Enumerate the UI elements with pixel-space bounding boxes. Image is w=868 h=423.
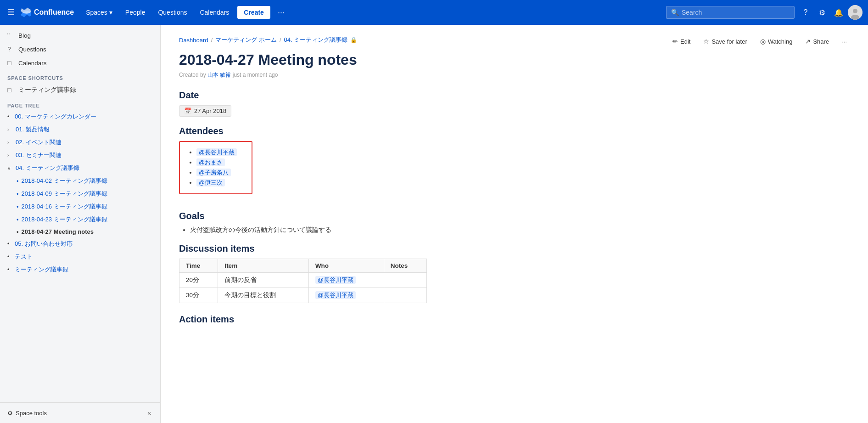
- people-nav[interactable]: People: [121, 6, 150, 19]
- star-icon: ☆: [703, 38, 709, 45]
- tree-item-5[interactable]: • 05. お問い合わせ対応: [0, 237, 160, 250]
- logo-text: Confluence: [34, 8, 74, 17]
- calendars-nav[interactable]: Calendars: [195, 6, 234, 19]
- discussion-heading: Discussion items: [179, 243, 850, 254]
- tree-child-1[interactable]: • 2018-04-09 ミーティング議事録: [0, 187, 160, 200]
- more-options-button[interactable]: ···: [839, 36, 850, 47]
- tree-item-6[interactable]: • テスト: [0, 250, 160, 263]
- list-item: @長谷川平蔵: [196, 148, 244, 157]
- logo-icon: [20, 7, 31, 18]
- settings-icon[interactable]: ⚙: [815, 5, 829, 20]
- gear-icon: ⚙: [7, 410, 13, 417]
- cell-item: 前期の反省: [218, 273, 308, 288]
- sidebar: " Blog ? Questions □ Calendars SPACE SHO…: [0, 25, 161, 423]
- list-item: 火付盗賊改方の今後の活動方針について議論する: [190, 226, 850, 234]
- child-bullet: •: [17, 216, 19, 223]
- col-notes: Notes: [384, 259, 426, 273]
- spaces-nav[interactable]: Spaces ▾: [81, 6, 117, 19]
- date-badge: 📅 27 Apr 2018: [179, 105, 231, 117]
- blog-icon: ": [7, 32, 15, 39]
- cell-who: @長谷川平蔵: [308, 273, 384, 288]
- nav-icons: ? ⚙ 🔔: [798, 5, 862, 20]
- sidebar-item-blog[interactable]: " Blog: [0, 28, 160, 42]
- tree-child-4-active[interactable]: • 2018-04-27 Meeting notes: [0, 226, 160, 237]
- sidebar-shortcut-minutes[interactable]: □ ミーティング議事録: [0, 83, 160, 97]
- breadcrumb-dashboard[interactable]: Dashboard: [179, 37, 208, 44]
- breadcrumb: Dashboard / マーケティング ホーム / 04. ミーティング議事録 …: [179, 36, 357, 44]
- tree-item-3[interactable]: › 03. セミナー関連: [0, 149, 160, 162]
- create-button[interactable]: Create: [237, 6, 270, 19]
- sidebar-item-questions[interactable]: ? Questions: [0, 42, 160, 56]
- breadcrumb-space[interactable]: マーケティング ホーム: [215, 36, 277, 44]
- author-link[interactable]: 山本 敏裕: [207, 72, 231, 78]
- attendees-box: @長谷川平蔵 @おまさ @子房条八 @伊三次: [179, 141, 252, 194]
- help-icon[interactable]: ?: [798, 5, 813, 20]
- list-item: @子房条八: [196, 169, 244, 177]
- top-nav: ☰ Confluence Spaces ▾ People Questions C…: [0, 0, 868, 25]
- edit-icon: ✏: [672, 38, 678, 45]
- col-time: Time: [179, 259, 218, 273]
- date-heading: Date: [179, 90, 850, 101]
- cell-who: @長谷川平蔵: [308, 288, 384, 303]
- attendees-heading: Attendees: [179, 126, 850, 136]
- table-row: 20分 前期の反省 @長谷川平蔵: [179, 273, 427, 288]
- confluence-logo[interactable]: Confluence: [20, 7, 74, 18]
- child-bullet: •: [17, 203, 19, 210]
- child-bullet: •: [17, 178, 19, 185]
- share-icon: ↗: [805, 38, 811, 45]
- shortcut-icon: □: [7, 86, 15, 94]
- tree-item-7[interactable]: • ミーティング議事録: [0, 263, 160, 276]
- discussion-table: Time Item Who Notes 20分 前期の反省 @長谷川平蔵 30分…: [179, 259, 427, 303]
- questions-nav[interactable]: Questions: [153, 6, 191, 19]
- save-for-later-button[interactable]: ☆ Save for later: [700, 36, 750, 47]
- calendar-icon: 📅: [184, 107, 191, 114]
- tree-child-2[interactable]: • 2018-04-16 ミーティング議事録: [0, 200, 160, 213]
- cell-item: 今期の目標と役割: [218, 288, 308, 303]
- main-content: Dashboard / マーケティング ホーム / 04. ミーティング議事録 …: [161, 25, 868, 423]
- space-shortcuts-title: SPACE SHORTCUTS: [0, 70, 160, 83]
- tree-item-2[interactable]: › 02. イベント関連: [0, 136, 160, 149]
- mention-tag[interactable]: @長谷川平蔵: [315, 291, 356, 299]
- child-bullet: •: [17, 228, 19, 235]
- child-bullet: •: [17, 191, 19, 197]
- sidebar-footer: ⚙ Space tools «: [0, 402, 160, 423]
- share-button[interactable]: ↗ Share: [802, 36, 832, 47]
- page-actions: ✏ Edit ☆ Save for later ◎ Watching ↗ Sha…: [670, 36, 850, 47]
- page-tree-title: PAGE TREE: [0, 97, 160, 110]
- search-bar[interactable]: 🔍: [666, 6, 795, 19]
- mention-tag[interactable]: @子房条八: [196, 169, 231, 176]
- mention-tag[interactable]: @長谷川平蔵: [315, 276, 356, 284]
- watching-button[interactable]: ◎ Watching: [757, 36, 795, 47]
- tree-child-0[interactable]: • 2018-04-02 ミーティング議事録: [0, 175, 160, 187]
- mention-tag[interactable]: @長谷川平蔵: [196, 148, 237, 156]
- hamburger-menu[interactable]: ☰: [6, 6, 17, 19]
- action-items-heading: Action items: [179, 314, 850, 325]
- mention-tag[interactable]: @おまさ: [196, 158, 225, 166]
- tree-item-4[interactable]: ∨ 04. ミーティング議事録: [0, 162, 160, 175]
- page-title: 2018-04-27 Meeting notes: [179, 51, 850, 68]
- breadcrumb-parent[interactable]: 04. ミーティング議事録: [284, 36, 347, 44]
- mention-tag[interactable]: @伊三次: [196, 179, 225, 186]
- col-who: Who: [308, 259, 384, 273]
- edit-button[interactable]: ✏ Edit: [670, 36, 693, 47]
- sidebar-collapse-button[interactable]: «: [146, 407, 153, 418]
- svg-point-1: [853, 9, 857, 13]
- main-layout: " Blog ? Questions □ Calendars SPACE SHO…: [0, 25, 868, 423]
- sidebar-item-calendars[interactable]: □ Calendars: [0, 56, 160, 70]
- page-meta: Created by 山本 敏裕 just a moment ago: [179, 71, 850, 79]
- notifications-icon[interactable]: 🔔: [831, 5, 846, 20]
- table-row: 30分 今期の目標と役割 @長谷川平蔵: [179, 288, 427, 303]
- questions-icon: ?: [7, 45, 15, 53]
- tree-item-1[interactable]: › 01. 製品情報: [0, 123, 160, 136]
- search-icon: 🔍: [671, 9, 679, 16]
- search-input[interactable]: [682, 9, 790, 16]
- cell-time: 20分: [179, 273, 218, 288]
- tree-child-3[interactable]: • 2018-04-23 ミーティング議事録: [0, 213, 160, 226]
- nav-more-button[interactable]: ···: [274, 6, 288, 19]
- space-tools-button[interactable]: ⚙ Space tools: [7, 410, 47, 417]
- list-item: @伊三次: [196, 179, 244, 187]
- user-avatar[interactable]: [848, 5, 862, 20]
- avatar-icon: [848, 5, 862, 20]
- eye-icon: ◎: [760, 38, 766, 45]
- tree-item-0[interactable]: • 00. マーケティングカレンダー: [0, 110, 160, 123]
